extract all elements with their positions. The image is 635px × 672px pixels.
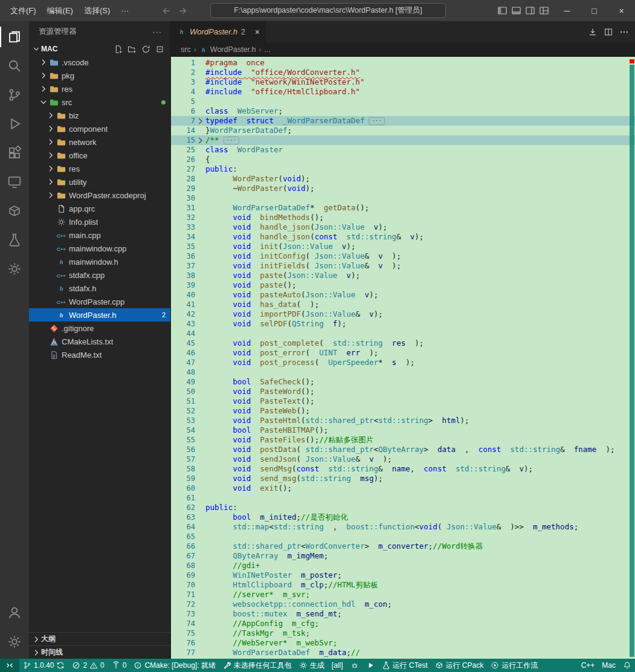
code-line-68[interactable]: 68 //gdi+	[171, 561, 635, 570]
fold-chevron-icon[interactable]	[195, 135, 205, 146]
code-line-58[interactable]: 58 void sendMsg(const std::string& name,…	[171, 464, 635, 474]
code-line-6[interactable]: 6class WebServer;	[171, 106, 635, 116]
code-line-30[interactable]: 30	[171, 193, 635, 203]
chevron-right-icon[interactable]	[39, 57, 48, 67]
code-line-67[interactable]: 67 QByteArray m_imgMem;	[171, 551, 635, 561]
code-line-33[interactable]: 33 void handle_json(Json::Value v);	[171, 222, 635, 232]
activity-testing[interactable]	[0, 225, 29, 254]
forward-button[interactable]	[178, 6, 187, 16]
breadcrumb-item-src[interactable]: src	[181, 45, 191, 54]
code-line-55[interactable]: 55 void PasteFiles();//粘贴多张图片	[171, 435, 635, 445]
tree-item-mainwindow-cpp[interactable]: C++mainwindow.cpp	[29, 242, 170, 255]
code-line-15[interactable]: 15/**···	[171, 135, 635, 145]
code-line-36[interactable]: 36 void initConfig( Json::Value& v );	[171, 251, 635, 261]
status-remote[interactable]	[0, 659, 19, 672]
code-line-29[interactable]: 29 ~WordPaster(void);	[171, 184, 635, 193]
tree-item-pkg[interactable]: pkg	[29, 69, 170, 82]
breadcrumb-item-wordpaster-h[interactable]: hWordPaster.h	[199, 45, 256, 54]
code-line-32[interactable]: 32 void bindMethods();	[171, 213, 635, 222]
code-line-64[interactable]: 64 std::map<std::string , boost::functio…	[171, 522, 635, 532]
code-line-26[interactable]: 26{	[171, 155, 635, 164]
code-line-53[interactable]: 53 void PasteHtml(std::shared_ptr<std::s…	[171, 416, 635, 425]
code-line-2[interactable]: 2#include "office/WordConverter.h"	[171, 68, 635, 77]
tree-item-res[interactable]: res	[29, 162, 170, 175]
tree-item-info-plist[interactable]: Info.plist	[29, 215, 170, 228]
tree-item-wordpaster-h[interactable]: hWordPaster.h2	[29, 308, 170, 321]
tab-close-icon[interactable]: ×	[255, 27, 260, 37]
code-line-7[interactable]: 7typedef struct _WordParserDataDef···	[171, 116, 635, 126]
tree-item-component[interactable]: component	[29, 122, 170, 135]
code-editor[interactable]: 1#pragma once2#include "office/WordConve…	[171, 57, 635, 659]
code-line-40[interactable]: 40 void pasteAuto(Json::Value v);	[171, 290, 635, 300]
status-notifications[interactable]	[619, 659, 635, 672]
code-line-54[interactable]: 54 bool PasteHBITMAP();	[171, 425, 635, 435]
tree-item-mainwindow-h[interactable]: hmainwindow.h	[29, 255, 170, 268]
minimize-button[interactable]: ─	[553, 0, 581, 21]
toggle-primary-sidebar-button[interactable]	[497, 5, 508, 16]
chevron-right-icon[interactable]	[46, 150, 56, 160]
code-line-71[interactable]: 71 //server* m_svr;	[171, 590, 635, 599]
more-actions-button[interactable]	[619, 27, 629, 37]
tree-item-res[interactable]: res	[29, 82, 170, 95]
code-line-4[interactable]: 4#include "office/HtmlClipboard.h"	[171, 87, 635, 97]
activity-source-control[interactable]	[0, 80, 29, 109]
code-line-62[interactable]: 62public:	[171, 503, 635, 512]
refresh-button[interactable]	[141, 45, 150, 54]
tree-item-main-cpp[interactable]: C++main.cpp	[29, 228, 170, 242]
toggle-secondary-sidebar-button[interactable]	[525, 5, 535, 16]
code-line-66[interactable]: 66 std::shared_ptr<WordConverter> m_conv…	[171, 541, 635, 551]
code-line-76[interactable]: 76 //WebServer* m_webSvr;	[171, 638, 635, 648]
code-line-48[interactable]: 48	[171, 367, 635, 377]
fold-chevron-icon[interactable]	[195, 116, 205, 126]
explorer-section-mac[interactable]: MAC	[29, 42, 170, 56]
chevron-right-icon[interactable]	[46, 111, 56, 120]
code-line-46[interactable]: 46 void post_error( UINT err );	[171, 348, 635, 358]
split-editor-button[interactable]	[604, 27, 613, 37]
code-line-38[interactable]: 38 void paste(Json::Value v);	[171, 271, 635, 280]
collapse-all-button[interactable]	[155, 45, 164, 54]
code-line-73[interactable]: 73 boost::mutex m_send_mt;	[171, 609, 635, 619]
tree-item-wordpaster-cpp[interactable]: C++WordPaster.cpp	[29, 295, 170, 308]
code-line-57[interactable]: 57 void sendJson( Json::Value& v );	[171, 454, 635, 464]
maximize-button[interactable]: □	[581, 0, 608, 21]
chevron-down-icon[interactable]	[39, 97, 48, 107]
code-line-3[interactable]: 3#include "network/WinINetPoster.h"	[171, 77, 635, 87]
status-cmake-target[interactable]: [all]	[328, 659, 347, 672]
code-line-31[interactable]: 31 WordParserDataDef* getData();	[171, 203, 635, 213]
activity-settings[interactable]	[0, 627, 29, 656]
chevron-right-icon[interactable]	[39, 71, 48, 80]
code-line-39[interactable]: 39 void paste();	[171, 280, 635, 290]
editor-scrollbar[interactable]	[630, 65, 634, 657]
chevron-right-icon[interactable]	[46, 164, 56, 173]
status-cmake-build[interactable]: 生成	[295, 659, 328, 672]
code-line-69[interactable]: 69 WinINetPoster m_poster;	[171, 570, 635, 580]
tree-item-cmakelists-txt[interactable]: CMakeLists.txt	[29, 335, 170, 348]
tree-item-gitignore[interactable]: .gitignore	[29, 321, 170, 335]
menu-选择-s[interactable]: 选择(S)	[79, 0, 115, 21]
activity-search[interactable]	[0, 51, 29, 80]
status-cmake-launch[interactable]	[363, 659, 378, 672]
code-line-27[interactable]: 27public:	[171, 164, 635, 174]
status-platform[interactable]: Mac	[598, 659, 619, 672]
code-line-28[interactable]: 28 WordPaster(void);	[171, 174, 635, 184]
code-line-74[interactable]: 74 //AppConfig m_cfg;	[171, 619, 635, 628]
status-language-mode[interactable]: C++	[578, 659, 599, 672]
activity-accounts[interactable]	[0, 598, 29, 627]
activity-extensions[interactable]	[0, 138, 29, 167]
code-line-77[interactable]: 77 WordParserDataDef m_data;//	[171, 648, 635, 657]
code-line-5[interactable]: 5	[171, 97, 635, 106]
menu-编辑-e[interactable]: 编辑(E)	[42, 0, 79, 21]
command-center[interactable]: F:\apps\wordpaster\code\mac\src\WordPast…	[210, 3, 446, 18]
activity-containers[interactable]	[0, 196, 29, 225]
activity-cmake-tools[interactable]	[0, 254, 29, 283]
tree-item-utility[interactable]: utility	[29, 175, 170, 189]
code-line-65[interactable]: 65	[171, 532, 635, 541]
code-line-51[interactable]: 51 void PasteText();	[171, 396, 635, 406]
code-line-14[interactable]: 14}WordParserDataDef;	[171, 126, 635, 135]
tree-item-readme-txt[interactable]: ReadMe.txt	[29, 348, 170, 361]
tree-item-src[interactable]: src	[29, 95, 170, 109]
code-line-42[interactable]: 42 void importPDF(Json::Value& v);	[171, 309, 635, 319]
chevron-right-icon[interactable]	[46, 190, 56, 200]
tree-item-vscode[interactable]: .vscode	[29, 56, 170, 69]
code-line-47[interactable]: 47 void post_process( UperSpeeder* s );	[171, 358, 635, 367]
